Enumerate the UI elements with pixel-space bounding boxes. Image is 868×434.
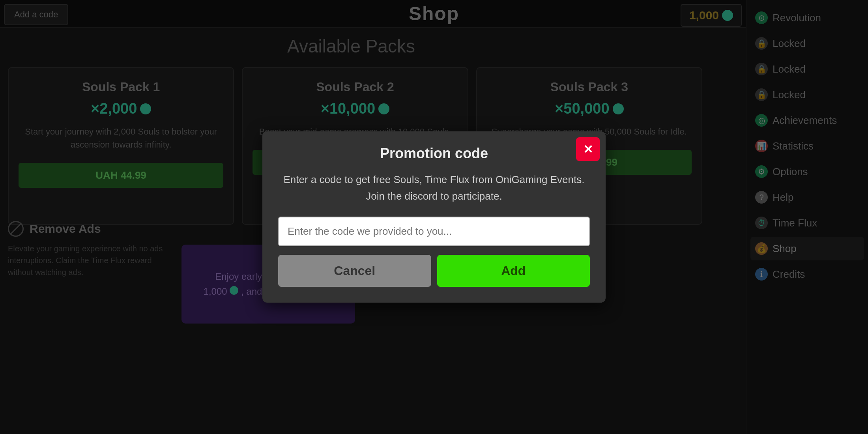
add-button[interactable]: Add — [437, 255, 590, 287]
modal-buttons: Cancel Add — [278, 255, 590, 287]
promotion-code-modal: Promotion code ✕ Enter a code to get fre… — [262, 131, 606, 302]
modal-close-button[interactable]: ✕ — [576, 137, 600, 161]
modal-title: Promotion code — [278, 145, 590, 162]
modal-description: Enter a code to get free Souls, Time Flu… — [278, 172, 590, 204]
promo-code-input[interactable] — [278, 217, 590, 246]
cancel-button[interactable]: Cancel — [278, 255, 431, 287]
modal-overlay[interactable]: Promotion code ✕ Enter a code to get fre… — [0, 0, 868, 434]
